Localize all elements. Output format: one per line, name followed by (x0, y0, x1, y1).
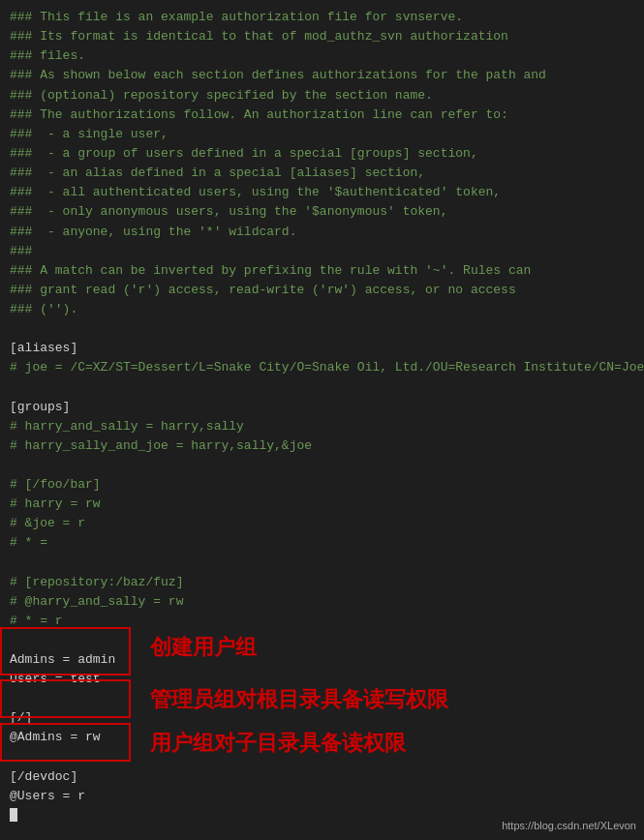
code-line: # harry = rw (10, 495, 634, 514)
code-line: ### Its format is identical to that of m… (10, 27, 634, 46)
code-line: [groups] (10, 398, 634, 417)
code-line: ### files. (10, 46, 634, 66)
code-line: # harry_sally_and_joe = harry,sally,&joe (10, 436, 634, 456)
code-line (10, 456, 634, 475)
code-line: [/devdoc] (10, 767, 634, 787)
code-line (10, 319, 634, 339)
code-line: ### (10, 242, 634, 261)
code-line: ### A match can be inverted by prefixing… (10, 261, 634, 281)
code-line: [aliases] (10, 339, 634, 358)
code-line: # @harry_and_sally = rw (10, 592, 634, 612)
code-line: ### - a group of users defined in a spec… (10, 144, 634, 164)
code-line: ### - anyone, using the '*' wildcard. (10, 223, 634, 242)
code-line: ### - only anonymous users, using the '$… (10, 202, 634, 222)
code-line: ### (optional) repository specified by t… (10, 86, 634, 105)
code-line: ### - all authenticated users, using the… (10, 183, 634, 202)
code-line: # [repository:/baz/fuz] (10, 573, 634, 592)
code-line: ### This file is an example authorizatio… (10, 8, 634, 27)
code-line: Users = test (10, 670, 634, 689)
code-line (10, 748, 634, 767)
code-line (10, 631, 634, 650)
code-line: # harry_and_sally = harry,sally (10, 417, 634, 436)
code-line: @Users = r (10, 787, 634, 806)
code-line: [/] (10, 708, 634, 728)
code-line (10, 554, 634, 573)
code-line: ### (''). (10, 300, 634, 319)
code-line: # joe = /C=XZ/ST=Dessert/L=Snake City/O=… (10, 358, 634, 377)
code-line: ### - an alias defined in a special [ali… (10, 164, 634, 183)
code-line: # * = (10, 533, 634, 553)
code-line (10, 689, 634, 708)
code-editor: ### This file is an example authorizatio… (0, 0, 644, 840)
code-line (10, 378, 634, 398)
watermark: https://blog.csdn.net/XLevon (502, 818, 636, 834)
code-line: # [/foo/bar] (10, 475, 634, 495)
code-line: ### As shown below each section defines … (10, 66, 634, 85)
code-line: # &joe = r (10, 514, 634, 533)
code-line: @Admins = rw (10, 728, 634, 747)
code-line: ### - a single user, (10, 125, 634, 144)
code-line: # * = r (10, 612, 634, 631)
code-line: ### grant read ('r') access, read-write … (10, 281, 634, 300)
text-cursor (10, 808, 17, 822)
code-line: ### The authorizations follow. An author… (10, 105, 634, 125)
code-line: Admins = admin (10, 650, 634, 670)
